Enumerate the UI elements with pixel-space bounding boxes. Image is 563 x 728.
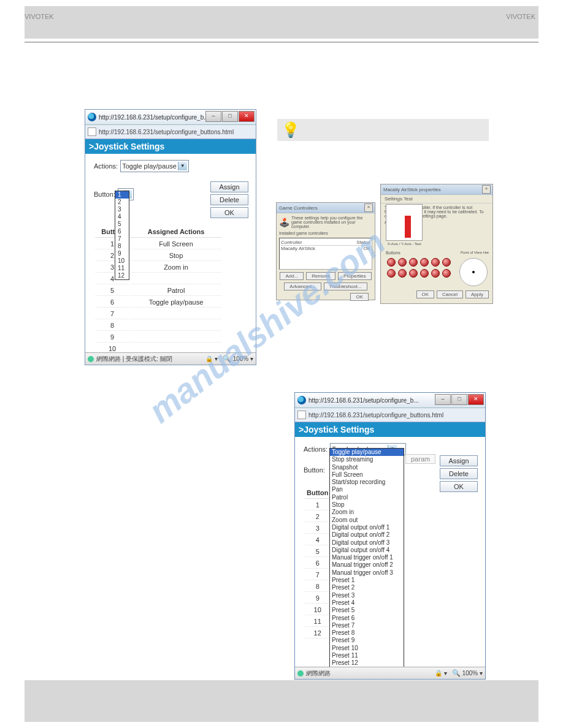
- delete-button[interactable]: Delete: [440, 468, 478, 479]
- pov-label: Point of View Hat: [461, 251, 489, 254]
- ok-button[interactable]: OK: [210, 207, 248, 218]
- status-text: 網際網路 | 受保護模式: 關閉: [96, 355, 172, 363]
- header-rule: [25, 42, 538, 43]
- page-heading: >Joystick Settings: [295, 422, 485, 437]
- button-number-dropdown[interactable]: 1 2 3 4 5 6 7 8 9 10 11 12: [115, 191, 129, 280]
- dropdown-option[interactable]: Stop streaming: [330, 456, 404, 463]
- dialog-titlebar: Game Controllers×: [277, 203, 375, 213]
- tabs[interactable]: Settings Test: [381, 195, 492, 203]
- dropdown-option[interactable]: Digital output on/off 2: [330, 531, 404, 539]
- dropdown-option[interactable]: Preset 4: [330, 599, 404, 607]
- dropdown-option[interactable]: Preset 5: [330, 607, 404, 614]
- dropdown-option[interactable]: Preset 11: [330, 652, 404, 659]
- dropdown-option[interactable]: Digital output on/off 1: [330, 524, 404, 531]
- dropdown-option[interactable]: 5: [115, 221, 129, 228]
- maximize-button[interactable]: □: [451, 394, 467, 405]
- dropdown-option[interactable]: Preset 2: [330, 584, 404, 591]
- axis-indicator: [405, 216, 411, 238]
- add-button[interactable]: Add...: [280, 272, 304, 280]
- dropdown-option[interactable]: Preset 6: [330, 615, 404, 622]
- close-icon[interactable]: ×: [482, 185, 491, 194]
- dropdown-option[interactable]: Manual trigger on/off 1: [330, 554, 404, 561]
- actions-value: Toggle play/pause: [122, 162, 177, 170]
- maximize-button[interactable]: □: [222, 111, 238, 122]
- advanced-button[interactable]: Advanced...: [284, 282, 321, 290]
- properties-dialog: Macally AirStick properties× Settings Te…: [380, 184, 493, 304]
- browser-window-1: http://192.168.6.231/setup/configure_b..…: [85, 109, 256, 365]
- game-controllers-dialog: Game Controllers× 🕹️ These settings help…: [276, 202, 375, 300]
- dropdown-option[interactable]: Snapshot: [330, 464, 404, 471]
- dropdown-option[interactable]: Digital output on/off 4: [330, 547, 404, 554]
- dropdown-option[interactable]: Preset 12: [330, 659, 404, 667]
- dropdown-option[interactable]: 4: [115, 213, 129, 221]
- dropdown-option[interactable]: 6: [115, 228, 129, 235]
- table-row: 3Zoom in: [95, 262, 221, 273]
- dropdown-option[interactable]: Preset 9: [330, 637, 404, 644]
- dropdown-option[interactable]: 2: [115, 199, 129, 206]
- dropdown-option[interactable]: Digital output on/off 3: [330, 539, 404, 547]
- dropdown-option[interactable]: 8: [115, 243, 129, 250]
- dropdown-option[interactable]: Preset 10: [330, 645, 404, 652]
- properties-button[interactable]: Properties: [338, 272, 371, 280]
- assign-button[interactable]: Assign: [440, 455, 478, 466]
- magnifier-icon[interactable]: 🔍: [452, 669, 461, 677]
- actions-label: Actions:: [94, 162, 118, 170]
- controllers-list[interactable]: ControllerStatus Macally AirStickOK: [279, 238, 372, 270]
- dropdown-option[interactable]: Preset 3: [330, 592, 404, 599]
- magnifier-icon[interactable]: 🔍: [223, 355, 231, 362]
- dropdown-option[interactable]: Zoom out: [330, 517, 404, 524]
- zoom-level: 100%: [462, 670, 478, 677]
- dropdown-option[interactable]: 3: [115, 206, 129, 213]
- address-bar[interactable]: http://192.168.6.231/setup/configure_but…: [295, 408, 485, 422]
- minimize-button[interactable]: –: [435, 394, 451, 405]
- dialog-titlebar: Macally AirStick properties×: [381, 184, 492, 195]
- dropdown-option[interactable]: 12: [115, 272, 129, 279]
- close-button[interactable]: ✕: [468, 394, 484, 405]
- ok-button[interactable]: OK: [416, 290, 435, 298]
- col-actions: Assigned Actions: [131, 226, 221, 238]
- apply-button[interactable]: Apply: [465, 290, 489, 298]
- dropdown-option[interactable]: Preset 7: [330, 622, 404, 629]
- assign-button[interactable]: Assign: [210, 181, 248, 192]
- dropdown-option[interactable]: Manual trigger on/off 2: [330, 561, 404, 569]
- close-icon[interactable]: ×: [364, 203, 373, 212]
- chevron-down-icon: ▼: [178, 162, 187, 170]
- actions-dropdown-open[interactable]: Toggle play/pause Stop streaming Snapsho…: [329, 448, 404, 675]
- status-bar: 網際網路 🔒 ▾ 🔍 100% ▾: [295, 667, 485, 679]
- internet-zone-icon: [297, 670, 304, 677]
- dropdown-option[interactable]: 10: [115, 257, 129, 265]
- dropdown-option[interactable]: 1: [115, 191, 129, 199]
- dropdown-option[interactable]: Full Screen: [330, 471, 404, 479]
- dropdown-option[interactable]: Zoom in: [330, 509, 404, 516]
- actions-select[interactable]: Toggle play/pause ▼: [120, 160, 189, 172]
- ok-button[interactable]: OK: [350, 293, 369, 301]
- joystick-icon: 🕹️: [279, 218, 289, 227]
- ok-button[interactable]: OK: [440, 481, 478, 492]
- dropdown-option[interactable]: Toggle play/pause: [330, 449, 404, 456]
- remove-button[interactable]: Remove: [306, 272, 335, 280]
- dropdown-option[interactable]: 9: [115, 250, 129, 257]
- cancel-button[interactable]: Cancel: [437, 290, 463, 298]
- controller-name[interactable]: Macally AirStick: [281, 246, 315, 251]
- security-icon: 🔒 ▾: [435, 670, 450, 677]
- dropdown-option[interactable]: Patrol: [330, 494, 404, 501]
- param-box: param: [405, 454, 435, 464]
- troubleshoot-button[interactable]: Troubleshoot...: [324, 282, 367, 290]
- axes-box: [386, 204, 423, 241]
- delete-button[interactable]: Delete: [210, 194, 248, 205]
- dropdown-option[interactable]: Pan: [330, 486, 404, 493]
- dropdown-option[interactable]: 7: [115, 235, 129, 243]
- close-button[interactable]: ✕: [239, 111, 255, 122]
- dropdown-option[interactable]: Stop: [330, 501, 404, 509]
- dialog-hint: 🕹️ These settings help you configure the…: [277, 213, 375, 231]
- dropdown-option[interactable]: Preset 1: [330, 577, 404, 584]
- lightbulb-icon: 💡: [282, 121, 300, 138]
- dropdown-option[interactable]: Preset 8: [330, 629, 404, 637]
- dropdown-option[interactable]: Start/stop recording: [330, 479, 404, 486]
- page-icon: [297, 411, 306, 419]
- minimize-button[interactable]: –: [205, 111, 221, 122]
- dropdown-option[interactable]: 11: [115, 265, 129, 272]
- security-icon: 🔒 ▾: [205, 355, 221, 362]
- dropdown-option[interactable]: Manual trigger on/off 3: [330, 569, 404, 577]
- address-bar[interactable]: http://192.168.6.231/setup/configure_but…: [85, 125, 256, 139]
